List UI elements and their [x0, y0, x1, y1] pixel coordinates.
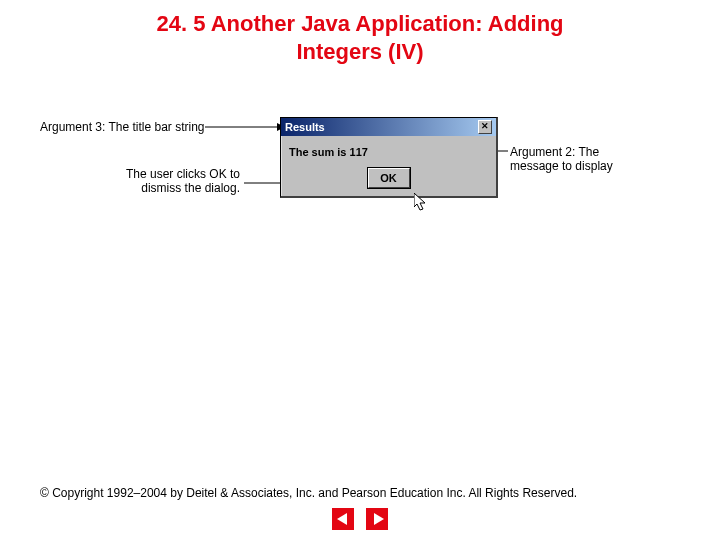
ok-button[interactable]: OK — [368, 168, 410, 188]
annotation-msg-line2: message to display — [510, 159, 613, 173]
annotation-ok-line1: The user clicks OK to — [126, 167, 240, 181]
title-line1: 24. 5 Another Java Application: Adding — [156, 11, 563, 36]
close-icon[interactable]: ✕ — [478, 120, 492, 134]
triangle-right-icon — [374, 513, 384, 525]
slide-title: 24. 5 Another Java Application: Adding I… — [0, 0, 720, 65]
arrow-to-titlebar — [205, 123, 285, 133]
dialog-body: The sum is 117 OK — [281, 136, 496, 196]
dialog-titlebar: Results ✕ — [281, 118, 496, 136]
annotation-ok-line2: dismiss the dialog. — [141, 181, 240, 195]
annotation-ok: The user clicks OK to dismiss the dialog… — [100, 167, 240, 196]
triangle-left-icon — [337, 513, 347, 525]
next-button[interactable] — [366, 508, 388, 530]
prev-button[interactable] — [332, 508, 354, 530]
results-dialog: Results ✕ The sum is 117 OK — [280, 117, 498, 198]
copyright-text: © Copyright 1992–2004 by Deitel & Associ… — [40, 486, 680, 500]
dialog-message: The sum is 117 — [289, 146, 488, 158]
diagram-area: Argument 3: The title bar string The use… — [0, 105, 720, 285]
dialog-title-text: Results — [285, 118, 325, 136]
annotation-message: Argument 2: The message to display — [510, 145, 660, 174]
dialog-button-row: OK — [289, 168, 488, 188]
annotation-msg-line1: Argument 2: The — [510, 145, 599, 159]
nav-buttons — [0, 508, 720, 534]
title-line2: Integers (IV) — [296, 39, 423, 64]
